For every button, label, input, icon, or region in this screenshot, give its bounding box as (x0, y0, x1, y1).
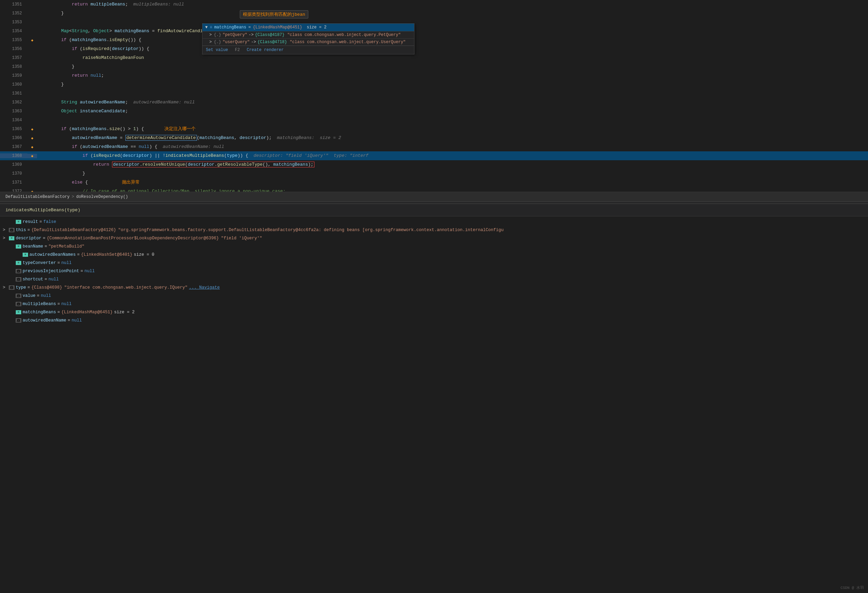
var-icon-type: {.} (9, 286, 15, 290)
code-lines: 1351 return multipleBeans; multipleBeans… (0, 0, 868, 192)
breadcrumb-method: doResolveDependency() (76, 195, 128, 199)
code-line-1358: 1358 } (0, 62, 868, 71)
code-line-1369: 1369 return descriptor.resolveNotUnique(… (0, 160, 868, 169)
debug-var-matchingbeans: ≡ matchingBeans = {LinkedHashMap@6451} s… (0, 308, 868, 316)
code-line-1361: 1361 (0, 89, 868, 98)
code-line-1352: 1352 } (0, 9, 868, 18)
code-line-1366: 1366 ◆ autowiredBeanName = determineAuto… (0, 134, 868, 142)
debug-popup-header: ▼ ≡ matchingBeans = {LinkedHashMap@6451}… (202, 24, 414, 31)
code-line-1357: 1357 raiseNoMatchingBeanFoun (0, 53, 868, 62)
debug-popup-item-2: > {.} "userQuery" -> {Class@4718} "class… (202, 38, 414, 46)
debug-vars: ≡ result = false > {.} this = {DefaultLi… (0, 216, 868, 326)
var-icon-previnjection: {.} (16, 269, 21, 273)
var-icon-descriptor: ≡ (9, 236, 15, 240)
watermark: CSDN @ 水羽 (841, 585, 864, 590)
debug-var-autowiredbeanname: {.} autowiredBeanName = null (0, 316, 868, 325)
code-line-1360: 1360 } (0, 80, 868, 89)
debug-popup-item-1: > {.} "petQuery" -> {Class@4187} "class … (202, 31, 414, 38)
breadcrumb-class: DefaultListableBeanFactory (6, 195, 69, 199)
var-icon-this: {.} (9, 228, 15, 232)
panel-divider (0, 201, 868, 204)
code-line-1372: 1372 ◆ // In case of an optional Collect… (0, 187, 868, 192)
var-icon-typeconverter: ≡ (16, 261, 21, 265)
debug-var-autowiredbeannames: ≡ autowiredBeanNames = {LinkedHashSet@64… (0, 251, 868, 259)
var-icon-shortcut: {.} (16, 277, 21, 282)
code-line-1356: 1356 if (isRequired(descriptor)) { (0, 44, 868, 53)
code-editor: 根据类型找到所有匹配的jbean 1351 return multipleBea… (0, 0, 868, 192)
var-icon-sq: ≡ (16, 220, 21, 224)
var-icon-autowiredbeannames: ≡ (23, 253, 28, 257)
debug-var-value: {.} value = null (0, 292, 868, 300)
debug-title-bar: indicatesMultipleBeans(type) (0, 204, 868, 216)
debug-panel: indicatesMultipleBeans(type) ≡ result = … (0, 204, 868, 403)
code-line-1371: 1371 else {抛出异常 (0, 178, 868, 187)
code-line-1370: 1370 } (0, 169, 868, 178)
code-line-1359: 1359 return null; (0, 71, 868, 80)
var-icon-multiplebeans: {.} (16, 302, 21, 306)
debug-var-shortcut: {.} shortcut = null (0, 275, 868, 283)
debug-var-beanname: ≡ beanName = "petMetaBuild" (0, 242, 868, 251)
code-line-1368: 1368 ◆ if (isRequired(descriptor) || !in… (0, 151, 868, 160)
debug-popup-footer: Set value F2 Create renderer (202, 46, 414, 54)
debug-var-result: ≡ result = false (0, 218, 868, 226)
code-line-1354: 1354 Map<String, Object> matchingBeans =… (0, 27, 868, 35)
code-line-1367: 1367 ◆ if (autowiredBeanName == null) { … (0, 142, 868, 151)
code-line-1362: 1362 String autowiredBeanName; autowired… (0, 98, 868, 107)
breadcrumb-bar: DefaultListableBeanFactory > doResolveDe… (0, 192, 868, 201)
var-icon-beanname: ≡ (16, 245, 21, 249)
debug-var-typeconverter: ≡ typeConverter = null (0, 259, 868, 267)
code-line-1364: 1364 (0, 116, 868, 125)
code-line-1355: 1355 ◆ if (matchingBeans.isEmpty()) { (0, 35, 868, 44)
var-icon-value: {.} (16, 294, 21, 298)
var-icon-matchingbeans: ≡ (16, 310, 21, 314)
code-line-1353: 1353 (0, 18, 868, 27)
debug-var-descriptor: > ≡ descriptor = {CommonAnnotationBeanPo… (0, 234, 868, 242)
code-line-1351: 1351 return multipleBeans; multipleBeans… (0, 0, 868, 9)
debug-var-multiplebeans: {.} multipleBeans = null (0, 300, 868, 308)
code-line-1365: 1365 ◆ if (matchingBeans.size() > 1) {决定… (0, 125, 868, 134)
debug-var-this: > {.} this = {DefaultListableBeanFactory… (0, 226, 868, 234)
debug-var-type: > {.} type = {Class@4698} "interface com… (0, 283, 868, 292)
code-line-1363: 1363 Object instanceCandidate; (0, 107, 868, 116)
debug-popup: ▼ ≡ matchingBeans = {LinkedHashMap@6451}… (202, 23, 415, 55)
var-icon-autowiredbeanname: {.} (16, 319, 21, 323)
debug-var-previnjection: {.} previousInjectionPoint = null (0, 267, 868, 275)
